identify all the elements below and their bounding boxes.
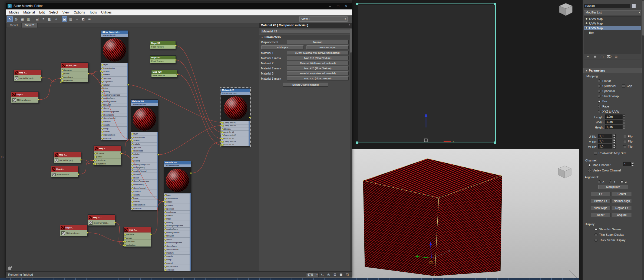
mapping-option-box[interactable]: Box — [598, 99, 607, 103]
node-input-slot[interactable]: layer — [164, 193, 191, 197]
node-input-slot[interactable]: coatingRoughness — [101, 93, 128, 96]
displacement-map-button[interactable]: No map — [287, 40, 349, 44]
u-tile-spinner[interactable] — [613, 134, 616, 138]
node-scroll-rail[interactable] — [249, 121, 250, 146]
node-title[interactable]: Map #19 — [150, 41, 176, 45]
node-title[interactable]: oUniv_Material... — [101, 31, 128, 34]
node-title[interactable]: Material #6 — [131, 100, 158, 103]
node-input-slot[interactable]: coatingBump — [164, 227, 191, 231]
options-icon[interactable]: ≣ — [87, 16, 92, 22]
height-spinner[interactable] — [622, 125, 625, 129]
radio-icon[interactable] — [598, 180, 601, 183]
node-input-slot[interactable]: index — [164, 217, 191, 221]
node-input-slot[interactable]: displacement — [131, 203, 158, 207]
zoom-region-icon[interactable]: ⊞ — [332, 272, 337, 277]
node-input-slot[interactable]: power — [61, 72, 88, 75]
zoom-level-dropdown[interactable]: 67% ▾ — [306, 272, 319, 277]
node-input-slot[interactable]: transmission — [101, 66, 128, 69]
node-input-slot[interactable]: displacement — [164, 265, 191, 268]
node-input-slot[interactable]: medium — [101, 120, 128, 123]
material-node-universal-a[interactable]: oUniv_Material... Universal mate... laye… — [101, 30, 128, 140]
close-panel-icon[interactable]: × — [349, 23, 350, 27]
uv-projection-node-3[interactable]: Map #17 mesh UV proj... — [88, 214, 115, 226]
menu-view[interactable]: View — [60, 10, 72, 15]
node-title[interactable]: Material #5 — [164, 161, 191, 164]
node-input-slot[interactable]: normal — [164, 261, 191, 265]
checkbox-icon[interactable] — [623, 145, 626, 148]
node-input-slot[interactable]: roughness — [101, 80, 128, 83]
height-field[interactable]: 1,0m — [605, 125, 622, 129]
manipulate-button[interactable]: Manipulate — [598, 185, 628, 189]
timeline-track[interactable] — [0, 278, 579, 280]
menu-edit[interactable]: Edit — [37, 10, 47, 15]
v-tile-field[interactable]: 1,0 — [598, 139, 612, 143]
node-input-slot[interactable]: sheenNormal — [164, 248, 191, 251]
configure-modifier-sets-icon[interactable]: ⊞ — [614, 54, 619, 59]
node-input-slot[interactable]: filename — [61, 68, 88, 72]
length-spinner[interactable] — [622, 114, 625, 119]
material-name-field[interactable]: Material #2 — [261, 29, 350, 34]
radio-selected-icon[interactable] — [620, 180, 623, 183]
modifier-stack-item[interactable]: UVW Map — [584, 16, 641, 21]
reset-button[interactable]: Reset — [591, 213, 611, 217]
map-channel-field[interactable]: 1 — [623, 162, 631, 166]
menu-tools[interactable]: Tools — [87, 10, 99, 15]
region-fit-button[interactable]: Region Fit — [612, 206, 632, 210]
w-tile-field[interactable]: 1,0 — [598, 144, 612, 149]
node-title[interactable]: Map #20 — [151, 70, 177, 74]
tab-view1[interactable]: View1 — [6, 23, 22, 28]
cap-option[interactable]: Cap — [622, 84, 632, 88]
node-input-slot[interactable]: rotation — [131, 152, 158, 156]
mapping-option-shrink-wrap[interactable]: Shrink Wrap — [598, 94, 619, 98]
modifier-enable-icon[interactable] — [585, 18, 588, 20]
image-node-2[interactable]: Map #... filenamepowertransformprojectio… — [94, 146, 121, 166]
node-input-slot[interactable]: layer — [101, 63, 128, 66]
pan-hand-icon[interactable]: ⇆ — [320, 272, 325, 277]
node-scroll-rail[interactable] — [190, 193, 191, 271]
parameter-panel-scrollbar[interactable] — [350, 28, 352, 271]
menu-utilities[interactable]: Utilities — [99, 10, 114, 15]
node-input-slot[interactable]: bump — [164, 258, 191, 261]
node-input-slot[interactable]: filmwidth — [164, 234, 191, 238]
material-node-universal-c[interactable]: Material #5 Universal mate... layertrans… — [164, 161, 191, 271]
width-spinner[interactable] — [622, 120, 625, 124]
node-input-slot[interactable]: sheen — [101, 106, 128, 110]
hide-unused-nodeslots-icon[interactable]: ◧ — [47, 16, 52, 22]
node-input-slot[interactable]: filename — [94, 151, 121, 155]
material-1-mask-button[interactable]: Map #19 (Float Texture) — [287, 56, 349, 60]
node-input-slot[interactable]: albedo — [101, 70, 128, 73]
node-input-slot[interactable]: Comp. mtl #2 — [221, 124, 250, 127]
radio-icon[interactable] — [598, 90, 601, 93]
node-input-slot[interactable]: Mask Tx #2 — [221, 137, 250, 140]
pick-material-icon[interactable]: ◎ — [13, 16, 19, 22]
node-title[interactable]: Map #20 — [150, 56, 176, 59]
radio-icon[interactable] — [598, 105, 601, 108]
node-input-slot[interactable]: displacement — [101, 133, 128, 136]
uv-projection-node-1[interactable]: Map #... mesh UV proj... — [14, 70, 41, 81]
node-input-slot[interactable]: bump — [101, 126, 128, 130]
node-scroll-rail[interactable] — [157, 132, 158, 210]
node-input-slot[interactable]: Displac. — [221, 127, 250, 130]
transform-node-2[interactable]: Map #... 3D transform... — [51, 166, 78, 177]
thin-seam-display-option[interactable]: Thin Seam Display — [595, 233, 624, 237]
node-input-slot[interactable]: opacity — [101, 123, 128, 126]
material-3-mask-button[interactable]: Map #20 (Float Texture) — [287, 76, 349, 80]
node-input-slot[interactable]: sheenRoughness — [101, 110, 128, 113]
put-material-to-scene-icon[interactable]: ▦ — [19, 16, 25, 22]
align-x-option[interactable]: X — [598, 180, 604, 184]
node-input-slot[interactable]: medium — [164, 251, 191, 255]
v-flip-option[interactable]: Flip — [623, 140, 633, 143]
move-children-icon[interactable]: ≡ — [41, 16, 46, 22]
fit-button[interactable]: Fit — [591, 192, 611, 196]
zoom-extents-icon[interactable]: ▣ — [339, 272, 344, 277]
acquire-button[interactable]: Acquire — [612, 213, 632, 217]
node-title[interactable]: Map #... — [60, 225, 87, 230]
minimize-button[interactable]: – — [326, 3, 334, 9]
maximize-button[interactable]: □ — [334, 3, 342, 9]
node-input-slot[interactable]: coatingBump — [101, 96, 128, 100]
view-selector-dropdown[interactable]: View 2 ▾ — [299, 16, 348, 22]
node-input-slot[interactable]: transmission — [164, 197, 191, 200]
menu-modes[interactable]: Modes — [7, 10, 21, 15]
node-input-slot[interactable]: sheenRoughness — [131, 179, 158, 183]
zoom-extents-selected-icon[interactable]: ◱ — [345, 272, 350, 277]
